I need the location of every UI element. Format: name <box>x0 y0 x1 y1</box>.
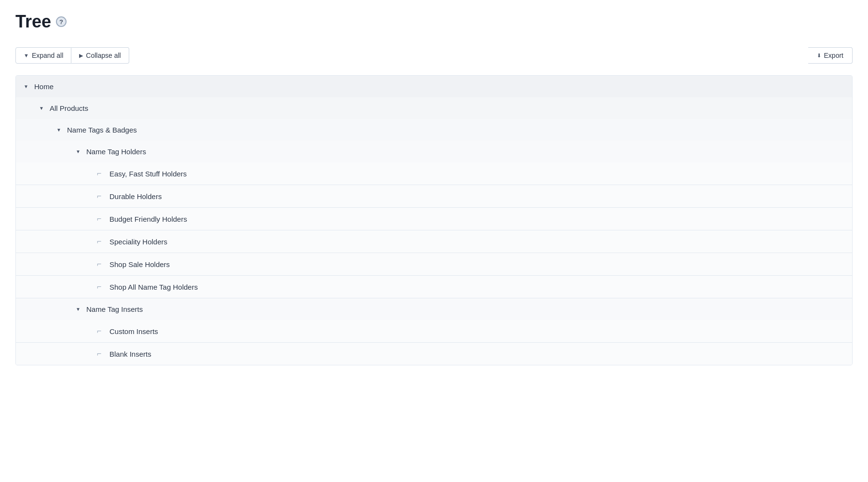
export-button[interactable]: ⬇ Export <box>808 47 853 64</box>
tree-node-speciality: ⌐ Speciality Holders <box>16 230 852 253</box>
toggle-name-tag-inserts-icon: ▼ <box>76 307 81 312</box>
tree-node-all-products: ▼ All Products ▼ Name Tags & Badges ▼ Na… <box>16 97 852 365</box>
tree-label-shop-all: Shop All Name Tag Holders <box>109 283 198 291</box>
tree-label-custom-inserts: Custom Inserts <box>109 327 158 335</box>
tree-label-blank-inserts: Blank Inserts <box>109 350 151 358</box>
tree-row-name-tag-inserts[interactable]: ▼ Name Tag Inserts <box>16 298 852 320</box>
tree-node-name-tags-badges: ▼ Name Tags & Badges ▼ Name Tag Holders … <box>16 119 852 365</box>
leaf-icon-shop-sale: ⌐ <box>97 260 105 268</box>
tree-label-name-tags-badges: Name Tags & Badges <box>67 126 137 134</box>
leaf-icon-durable: ⌐ <box>97 192 105 201</box>
tree-label-name-tag-inserts: Name Tag Inserts <box>86 305 143 313</box>
export-icon: ⬇ <box>817 53 821 59</box>
tree-container: ▼ Home ▼ All Products ▼ Name Tags & Badg… <box>15 75 853 365</box>
toggle-home-icon: ▼ <box>24 84 29 89</box>
tree-node-durable: ⌐ Durable Holders <box>16 185 852 208</box>
leaf-icon-budget: ⌐ <box>97 214 105 223</box>
toolbar: ▼ Expand all ▶ Collapse all ⬇ Export <box>15 47 853 64</box>
expand-icon: ▼ <box>24 53 29 58</box>
collapse-all-button[interactable]: ▶ Collapse all <box>71 47 129 64</box>
tree-label-budget: Budget Friendly Holders <box>109 215 187 223</box>
tree-node-shop-all: ⌐ Shop All Name Tag Holders <box>16 276 852 298</box>
tree-row-home[interactable]: ▼ Home <box>16 76 852 97</box>
tree-label-all-products: All Products <box>50 104 88 112</box>
tree-label-shop-sale: Shop Sale Holders <box>109 260 170 268</box>
tree-node-shop-sale: ⌐ Shop Sale Holders <box>16 253 852 276</box>
page-title: Tree <box>15 12 51 32</box>
tree-label-durable: Durable Holders <box>109 192 162 201</box>
tree-row-all-products[interactable]: ▼ All Products <box>16 97 852 119</box>
help-icon[interactable]: ? <box>56 16 67 27</box>
toggle-name-tags-icon: ▼ <box>56 127 62 133</box>
tree-label-home: Home <box>34 82 54 91</box>
toggle-all-products-icon: ▼ <box>39 106 45 111</box>
tree-node-custom-inserts: ⌐ Custom Inserts <box>16 320 852 343</box>
tree-row-durable: ⌐ Durable Holders <box>16 185 852 207</box>
toggle-name-tag-holders-icon: ▼ <box>76 149 81 154</box>
page-container: Tree ? ▼ Expand all ▶ Collapse all ⬇ Exp… <box>0 0 868 377</box>
tree-node-home: ▼ Home ▼ All Products ▼ Name Tags & Badg… <box>16 76 852 365</box>
collapse-icon: ▶ <box>79 53 83 59</box>
tree-label-name-tag-holders: Name Tag Holders <box>86 147 146 156</box>
toolbar-left: ▼ Expand all ▶ Collapse all <box>15 47 129 64</box>
leaf-icon-shop-all: ⌐ <box>97 282 105 291</box>
expand-all-button[interactable]: ▼ Expand all <box>15 47 71 64</box>
tree-node-budget: ⌐ Budget Friendly Holders <box>16 208 852 230</box>
tree-row-shop-sale: ⌐ Shop Sale Holders <box>16 253 852 275</box>
tree-row-blank-inserts: ⌐ Blank Inserts <box>16 343 852 365</box>
tree-row-custom-inserts: ⌐ Custom Inserts <box>16 320 852 342</box>
leaf-icon-easy-fast: ⌐ <box>97 169 105 178</box>
tree-row-name-tags-badges[interactable]: ▼ Name Tags & Badges <box>16 119 852 141</box>
tree-row-budget: ⌐ Budget Friendly Holders <box>16 208 852 230</box>
leaf-icon-custom-inserts: ⌐ <box>97 327 105 335</box>
tree-label-easy-fast: Easy, Fast Stuff Holders <box>109 170 187 178</box>
leaf-icon-speciality: ⌐ <box>97 237 105 246</box>
tree-label-speciality: Speciality Holders <box>109 238 167 246</box>
tree-row-name-tag-holders[interactable]: ▼ Name Tag Holders <box>16 141 852 162</box>
leaf-icon-blank-inserts: ⌐ <box>97 349 105 358</box>
tree-row-speciality: ⌐ Speciality Holders <box>16 230 852 253</box>
tree-node-name-tag-inserts: ▼ Name Tag Inserts ⌐ Custom Inserts ⌐ <box>16 298 852 365</box>
page-header: Tree ? <box>15 12 853 32</box>
tree-row-easy-fast: ⌐ Easy, Fast Stuff Holders <box>16 162 852 185</box>
tree-node-easy-fast: ⌐ Easy, Fast Stuff Holders <box>16 162 852 185</box>
tree-node-name-tag-holders: ▼ Name Tag Holders ⌐ Easy, Fast Stuff Ho… <box>16 141 852 298</box>
tree-row-shop-all: ⌐ Shop All Name Tag Holders <box>16 276 852 298</box>
tree-node-blank-inserts: ⌐ Blank Inserts <box>16 343 852 365</box>
